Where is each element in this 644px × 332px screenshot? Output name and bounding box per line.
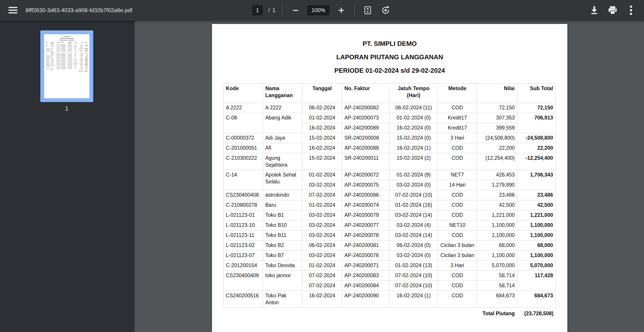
cell-nama: Toko B11 bbox=[263, 230, 302, 240]
pdf-page: PT. SIMPLI DEMO LAPORAN PIUTANG LANGGANA… bbox=[212, 24, 567, 332]
cell-nilai: 684,673 bbox=[477, 291, 517, 308]
cell-metode: COD bbox=[438, 271, 477, 281]
cell-faktur: AP-240200079 bbox=[342, 210, 390, 220]
cell-metode: NET7 bbox=[438, 170, 477, 180]
header-tanggal: Tanggal bbox=[302, 84, 342, 103]
cell-faktur: AP-240200086 bbox=[342, 190, 390, 200]
cell-nama: Abang Adik bbox=[263, 113, 302, 133]
cell-nilai: 426,453 bbox=[477, 170, 517, 180]
cell-jatuh-tempo: 16-02-2024 (1) bbox=[390, 291, 438, 308]
cell-tanggal: 16-02-2024 bbox=[302, 143, 342, 153]
cell-nama: Baru bbox=[263, 200, 302, 210]
cell-metode: Cicilan 3 bulan bbox=[438, 251, 477, 261]
table-row: L-021123-02Toko B206-02-2024AP-240200081… bbox=[224, 240, 556, 251]
header-nilai: Nilai bbox=[477, 84, 517, 103]
cell-metode: COD bbox=[438, 103, 477, 113]
cell-nama: Adi Jaya bbox=[263, 133, 302, 143]
cell-subtotal: 1,706,343 bbox=[517, 170, 556, 190]
cell-metode: COD bbox=[438, 190, 477, 200]
zoom-in-button[interactable] bbox=[335, 4, 348, 16]
cell-faktur: AP-240200088 bbox=[342, 143, 390, 153]
cell-nilai: 1,100,000 bbox=[477, 230, 517, 240]
cell-faktur: SR-240200011 bbox=[342, 153, 390, 170]
page-thumbnail[interactable]: PT. SIMPLI DEMO LAPORAN PIUTANG LANGGANA… bbox=[40, 30, 93, 112]
cell-faktur: AP-240200090 bbox=[342, 291, 390, 308]
cell-nilai: 1,221,000 bbox=[477, 210, 517, 220]
total-row: Total Piutang (23,728,508) bbox=[224, 310, 555, 317]
download-button[interactable] bbox=[588, 4, 600, 16]
cell-subtotal: 706,913 bbox=[517, 113, 556, 133]
cell-jatuh-tempo: 01-02-2024 (13) bbox=[390, 261, 438, 271]
cell-tanggal: 16-02-2024 bbox=[302, 291, 342, 308]
table-header-row: Kode Nama Langganan Tanggal No. Faktur J… bbox=[224, 84, 556, 103]
table-row: CS230400408astrokindo07-02-2024AP-240200… bbox=[224, 190, 556, 200]
cell-jatuh-tempo: 16-02-2024 (0) bbox=[390, 123, 438, 133]
cell-subtotal: 68,000 bbox=[517, 240, 556, 251]
toolbar-separator bbox=[282, 5, 282, 15]
more-options-button[interactable] bbox=[625, 4, 637, 16]
cell-kode: C-210300222 bbox=[224, 153, 263, 170]
zoom-out-button[interactable] bbox=[289, 4, 302, 16]
cell-tanggal: 01-02-2024 bbox=[302, 170, 342, 180]
header-faktur: No. Faktur bbox=[342, 84, 390, 103]
cell-metode: COD bbox=[438, 281, 477, 291]
cell-nilai: 23,486 bbox=[477, 190, 517, 200]
cell-jatuh-tempo: 07-02-2024 (10) bbox=[390, 281, 438, 291]
cell-jatuh-tempo: 06-02-2024 (11) bbox=[390, 103, 438, 113]
cell-kode: C-201200154 bbox=[224, 261, 263, 271]
cell-nama: Toko B10 bbox=[263, 220, 302, 230]
cell-kode: C-00000372 bbox=[224, 133, 263, 143]
cell-jatuh-tempo: 03-02-2024 (14) bbox=[390, 230, 438, 240]
table-row: C-201200154Toko Desvita01-02-2024AP-2402… bbox=[224, 261, 556, 271]
header-sub-total: Sub Total bbox=[517, 84, 556, 103]
cell-metode: 3 Hari bbox=[438, 133, 477, 143]
cell-tanggal: 15-02-2024 bbox=[302, 153, 342, 170]
cell-kode: L-021123-11 bbox=[224, 230, 263, 240]
cell-nilai: (12,254,400) bbox=[477, 153, 517, 170]
menu-button[interactable] bbox=[7, 4, 19, 16]
page-count: / 1 bbox=[268, 7, 276, 13]
page-number-input[interactable] bbox=[252, 5, 263, 15]
cell-metode: Kredit17 bbox=[438, 123, 477, 133]
report-title: LAPORAN PIUTANG LANGGANAN bbox=[212, 50, 567, 64]
cell-nama: Toko Desvita bbox=[263, 261, 302, 271]
cell-kode: C-14 bbox=[224, 170, 263, 190]
cell-metode: COD bbox=[438, 210, 477, 220]
cell-tanggal: 15-02-2024 bbox=[302, 133, 342, 143]
fit-page-icon bbox=[363, 5, 372, 15]
cell-jatuh-tempo: 06-02-2024 (0) bbox=[390, 240, 438, 251]
cell-metode: COD bbox=[438, 153, 477, 170]
print-button[interactable] bbox=[606, 4, 619, 16]
fit-page-button[interactable] bbox=[362, 4, 374, 16]
cell-jatuh-tempo: 03-02-2024 (4) bbox=[390, 220, 438, 230]
rotate-ccw-icon bbox=[381, 5, 390, 15]
header-nama: Nama Langganan bbox=[263, 84, 302, 103]
cell-jatuh-tempo: 01-02-2024 (16) bbox=[390, 200, 438, 210]
header-metode: Metode bbox=[438, 84, 477, 103]
cell-kode: L-021123-02 bbox=[224, 240, 263, 251]
cell-nama: Toko Pak Anton bbox=[263, 291, 302, 308]
company-name: PT. SIMPLI DEMO bbox=[212, 37, 567, 50]
cell-faktur: AP-240200073 bbox=[342, 113, 390, 123]
cell-jatuh-tempo: 07-02-2024 (10) bbox=[390, 190, 438, 200]
cell-subtotal: 117,428 bbox=[517, 271, 556, 291]
cell-nilai: 72,150 bbox=[477, 103, 517, 113]
table-row: A 2222A 222206-02-2024AP-24020008206-02-… bbox=[224, 103, 556, 113]
cell-jatuh-tempo: 07-02-2024 (10) bbox=[390, 271, 438, 281]
table-row: L-021123-10Toko B1003-02-2024AP-24020007… bbox=[224, 220, 556, 230]
cell-nama: Toko B7 bbox=[263, 251, 302, 261]
cell-subtotal: 42,500 bbox=[517, 200, 556, 210]
minus-icon bbox=[292, 7, 299, 14]
cell-tanggal: 06-02-2024 bbox=[302, 103, 342, 113]
cell-nama: A 2222 bbox=[263, 103, 302, 113]
cell-tanggal: 03-02-2024 bbox=[302, 251, 342, 261]
cell-tanggal: 03-02-2024 bbox=[302, 210, 342, 220]
rotate-button[interactable] bbox=[379, 4, 392, 16]
cell-faktur: AP-240200075 bbox=[342, 180, 390, 190]
cell-metode: Kredit17 bbox=[438, 113, 477, 123]
table-row: C-210800278Baru01-02-2024AP-24020007401-… bbox=[224, 200, 556, 210]
cell-nilai: 5,070,000 bbox=[477, 261, 517, 271]
cell-metode: NET10 bbox=[438, 220, 477, 230]
cell-faktur: AP-240200076 bbox=[342, 251, 390, 261]
cell-nilai: 399,559 bbox=[477, 123, 517, 133]
